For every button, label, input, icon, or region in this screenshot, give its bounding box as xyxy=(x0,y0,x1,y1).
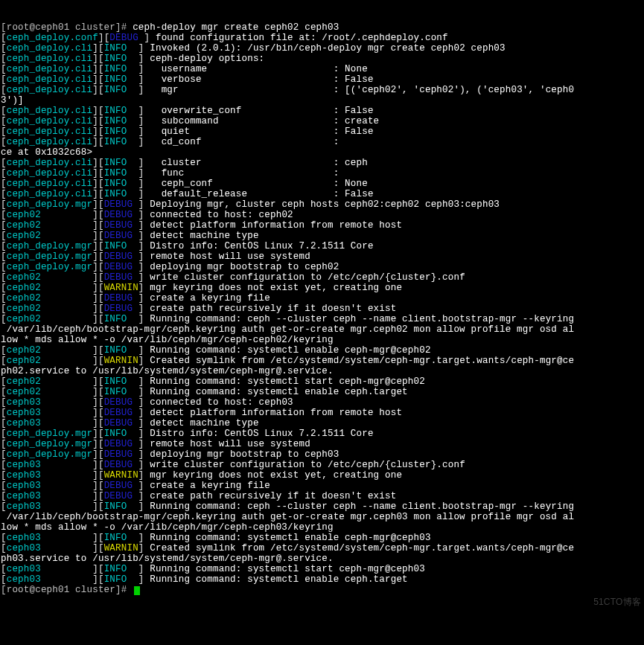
log-line: [ceph_deploy.cli][INFO ] ceph_conf : Non… xyxy=(1,179,643,189)
log-line: [ceph02 ][DEBUG ] create path recursivel… xyxy=(1,304,643,314)
log-line: [ceph03 ][INFO ] Running command: ceph -… xyxy=(1,501,643,512)
log-line-wrap: 3')] xyxy=(1,95,643,106)
log-line: [ceph_deploy.cli][INFO ] cd_conf : ce at… xyxy=(1,137,643,595)
log-line-wrap: low * mds allow * -o /var/lib/ceph/mgr/c… xyxy=(1,522,643,533)
log-line: [ceph03 ][INFO ] Running command: system… xyxy=(1,564,643,574)
log-line: [ceph_deploy.cli][INFO ] overwrite_conf … xyxy=(1,106,643,116)
watermark: 51CTO博客 xyxy=(593,597,641,607)
log-line: [ceph03 ][DEBUG ] create a keyring file xyxy=(1,481,643,491)
log-line: [ceph02 ][DEBUG ] detect platform inform… xyxy=(1,220,643,231)
log-line: [ceph02 ][INFO ] Running command: system… xyxy=(1,387,643,397)
log-line: [ceph_deploy.mgr][DEBUG ] deploying mgr … xyxy=(1,262,643,272)
log-line-wrap: /var/lib/ceph/bootstrap-mgr/ceph.keyring… xyxy=(1,324,643,335)
log-line: [ceph02 ][WARNIN] Created symlink from /… xyxy=(1,356,643,366)
log-line: [ceph02 ][DEBUG ] create a keyring file xyxy=(1,293,643,304)
shell-prompt-end[interactable]: [root@ceph01 cluster]# xyxy=(1,585,643,595)
log-line: [ceph_deploy.cli][INFO ] cluster : ceph xyxy=(1,158,643,168)
log-line: [ceph_deploy.mgr][DEBUG ] deploying mgr … xyxy=(1,449,643,460)
log-line: [ceph_deploy.mgr][INFO ] Distro info: Ce… xyxy=(1,429,643,439)
log-line: [ceph03 ][WARNIN] Created symlink from /… xyxy=(1,543,643,553)
cursor-icon xyxy=(134,586,140,595)
log-line: [ceph_deploy.cli][INFO ] Invoked (2.0.1)… xyxy=(1,43,643,54)
log-line: [ceph_deploy.cli][INFO ] verbose : False xyxy=(1,74,643,85)
log-line: [ceph_deploy.mgr][DEBUG ] remote host wi… xyxy=(1,251,643,262)
log-line: [ceph_deploy.cli][INFO ] subcommand : cr… xyxy=(1,116,643,126)
log-line: [ceph_deploy.cli][INFO ] func : xyxy=(1,168,643,179)
shell-prompt[interactable]: [root@ceph01 cluster]# ceph-deploy mgr c… xyxy=(1,22,643,33)
log-line-wrap: /var/lib/ceph/bootstrap-mgr/ceph.keyring… xyxy=(1,512,643,522)
log-line: [ceph_deploy.mgr][INFO ] Distro info: Ce… xyxy=(1,241,643,251)
log-line: [ceph03 ][DEBUG ] connected to host: cep… xyxy=(1,397,643,408)
log-line: [ceph_deploy.conf][DEBUG ] found configu… xyxy=(1,33,643,43)
log-line: [ceph_deploy.cli][INFO ] username : None xyxy=(1,64,643,74)
log-line: [ceph03 ][DEBUG ] detect machine type xyxy=(1,418,643,429)
log-line: [ceph02 ][DEBUG ] write cluster configur… xyxy=(1,272,643,283)
log-line: [ceph02 ][INFO ] Running command: ceph -… xyxy=(1,314,643,324)
log-line: [ceph_deploy.cli][INFO ] quiet : False xyxy=(1,126,643,137)
log-line-wrap: ph02.service to /usr/lib/systemd/system/… xyxy=(1,366,643,376)
log-line: [ceph03 ][DEBUG ] write cluster configur… xyxy=(1,460,643,470)
log-line: [ceph02 ][INFO ] Running command: system… xyxy=(1,376,643,387)
terminal-output[interactable]: [root@ceph01 cluster]# ceph-deploy mgr c… xyxy=(0,0,644,617)
log-line: [ceph03 ][DEBUG ] create path recursivel… xyxy=(1,491,643,501)
log-line: [ceph03 ][INFO ] Running command: system… xyxy=(1,574,643,585)
log-line: [ceph02 ][DEBUG ] detect machine type xyxy=(1,231,643,241)
log-line: [ceph02 ][WARNIN] mgr keyring does not e… xyxy=(1,283,643,293)
log-line: [ceph02 ][DEBUG ] connected to host: cep… xyxy=(1,210,643,220)
log-line: [ceph_deploy.mgr][DEBUG ] Deploying mgr,… xyxy=(1,199,643,210)
log-line: [ceph03 ][INFO ] Running command: system… xyxy=(1,533,643,543)
log-line: [ceph_deploy.cli][INFO ] mgr : [('ceph02… xyxy=(1,85,643,95)
log-line-wrap: low * mds allow * -o /var/lib/ceph/mgr/c… xyxy=(1,335,643,345)
log-line: [ceph03 ][DEBUG ] detect platform inform… xyxy=(1,408,643,418)
log-line: [ceph03 ][WARNIN] mgr keyring does not e… xyxy=(1,470,643,481)
log-line-wrap: ce at 0x1032c68> xyxy=(1,147,643,158)
log-line-wrap: ph03.service to /usr/lib/systemd/system/… xyxy=(1,553,643,564)
log-line: [ceph_deploy.cli][INFO ] default_release… xyxy=(1,189,643,199)
log-line: [ceph_deploy.cli][INFO ] ceph-deploy opt… xyxy=(1,54,643,64)
log-line: [ceph02 ][INFO ] Running command: system… xyxy=(1,345,643,356)
log-line: [ceph_deploy.mgr][DEBUG ] remote host wi… xyxy=(1,439,643,449)
